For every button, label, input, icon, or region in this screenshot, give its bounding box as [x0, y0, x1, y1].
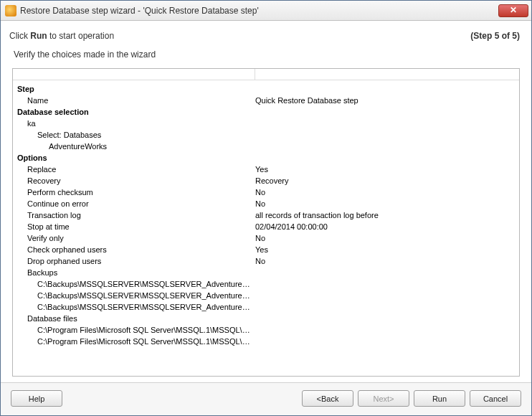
- opt-replace-value: Yes: [255, 164, 515, 175]
- opt-droporph-label: Drop orphaned users: [17, 255, 255, 267]
- instruction-prefix: Click: [9, 31, 30, 41]
- titlebar: Restore Database step wizard - 'Quick Re…: [1, 1, 531, 21]
- window-title: Restore Database step wizard - 'Quick Re…: [20, 6, 498, 16]
- backup-path: C:\Backups\MSSQLSERVER\MSSQLSERVER_Adven…: [17, 290, 255, 301]
- db-select-label: Select: Databases: [17, 129, 255, 141]
- backup-path: C:\Backups\MSSQLSERVER\MSSQLSERVER_Adven…: [17, 278, 255, 290]
- opt-recovery-value: Recovery: [255, 175, 515, 186]
- opt-tlog-value: all records of transaction log before: [255, 209, 515, 221]
- summary-grid: Step NameQuick Restore Database step Dat…: [13, 80, 519, 351]
- opt-stopat-label: Stop at time: [17, 221, 255, 232]
- backup-path: C:\Backups\MSSQLSERVER\MSSQLSERVER_Adven…: [17, 301, 255, 313]
- close-button[interactable]: ✕: [498, 4, 528, 17]
- opt-recovery-label: Recovery: [17, 175, 255, 186]
- wizard-footer: Help <Back Next> Run Cancel: [1, 382, 531, 415]
- opt-replace-label: Replace: [17, 164, 255, 175]
- wizard-header: Click Run to start operation (Step 5 of …: [1, 21, 531, 49]
- next-button: Next>: [358, 390, 409, 407]
- opt-continue-label: Continue on error: [17, 198, 255, 209]
- back-button[interactable]: <Back: [302, 390, 353, 407]
- opt-tlog-label: Transaction log: [17, 209, 255, 221]
- opt-checksum-value: No: [255, 186, 515, 198]
- opt-checksum-label: Perform checksum: [17, 186, 255, 198]
- summary-column-header: [13, 69, 519, 80]
- run-button[interactable]: Run: [414, 390, 465, 407]
- dbfile-path: C:\Program Files\Microsoft SQL Server\MS…: [17, 324, 255, 336]
- db-database: AdventureWorks: [17, 141, 255, 152]
- page-subtitle: Verify the choices made in the wizard: [1, 49, 531, 65]
- opt-stopat-value: 02/04/2014 00:00:00: [255, 221, 515, 232]
- db-server: ka: [17, 118, 255, 129]
- step-name-label: Name: [17, 95, 255, 106]
- instruction-text: Click Run to start operation: [9, 31, 470, 41]
- cancel-button[interactable]: Cancel: [470, 390, 521, 407]
- opt-dbfiles-label: Database files: [17, 313, 255, 324]
- opt-backups-label: Backups: [17, 267, 255, 278]
- app-icon: [5, 5, 16, 16]
- opt-verify-value: No: [255, 232, 515, 244]
- opt-verify-label: Verify only: [17, 232, 255, 244]
- opt-droporph-value: No: [255, 255, 515, 267]
- section-step: Step: [17, 83, 255, 95]
- summary-panel: Step NameQuick Restore Database step Dat…: [12, 68, 520, 377]
- section-options: Options: [17, 152, 255, 164]
- step-name-value: Quick Restore Database step: [255, 95, 515, 106]
- opt-checkorph-label: Check orphaned users: [17, 244, 255, 255]
- dbfile-path: C:\Program Files\Microsoft SQL Server\MS…: [17, 336, 255, 347]
- wizard-window: Restore Database step wizard - 'Quick Re…: [0, 0, 532, 416]
- instruction-suffix: to start operation: [47, 31, 114, 41]
- close-icon: ✕: [510, 5, 517, 15]
- help-button[interactable]: Help: [11, 390, 62, 407]
- opt-checkorph-value: Yes: [255, 244, 515, 255]
- instruction-bold: Run: [30, 31, 47, 41]
- step-indicator: (Step 5 of 5): [470, 31, 520, 41]
- opt-continue-value: No: [255, 198, 515, 209]
- section-db-selection: Database selection: [17, 106, 255, 118]
